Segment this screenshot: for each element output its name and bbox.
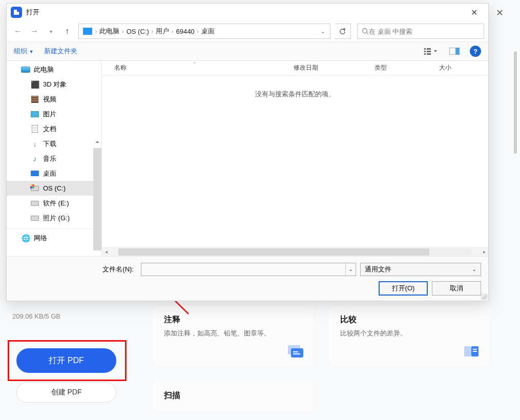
navigation-bar: ← → ▾ ↑ › 此电脑 › OS (C:) › 用户 › 69440 › 桌…	[7, 21, 488, 41]
svg-rect-3	[293, 353, 300, 354]
tree-desktop[interactable]: 桌面	[7, 166, 101, 181]
tree-pictures[interactable]: 图片	[7, 107, 101, 121]
chevron-right-icon: ›	[171, 29, 174, 34]
column-headers: ⌃名称 修改日期 类型 大小	[102, 61, 488, 75]
preview-pane-button[interactable]	[446, 45, 463, 57]
file-open-dialog: 打开 ✕ ← → ▾ ↑ › 此电脑 › OS (C:) › 用户 › 6944…	[6, 3, 489, 301]
address-bar[interactable]: › 此电脑 › OS (C:) › 用户 › 69440 › 桌面 ⌄	[78, 24, 330, 39]
tree-network[interactable]: 🌐网络	[7, 228, 101, 245]
tree-os-c[interactable]: OS (C:)	[7, 181, 101, 196]
tree-music[interactable]: ♪音乐	[7, 151, 101, 166]
dialog-title: 打开	[26, 8, 464, 17]
chevron-right-icon: ›	[121, 29, 124, 34]
scroll-right-icon[interactable]: ▸	[480, 249, 488, 255]
column-name[interactable]: ⌃名称	[102, 61, 287, 75]
svg-rect-4	[464, 346, 471, 356]
breadcrumb[interactable]: 用户	[154, 27, 171, 36]
filename-input[interactable]: ⌄	[141, 263, 356, 276]
filename-label: 文件名(N):	[14, 265, 137, 274]
refresh-button[interactable]	[335, 24, 351, 39]
organize-menu[interactable]: 组织 ▼	[14, 47, 34, 56]
svg-rect-15	[427, 48, 431, 50]
card-title: 比较	[340, 314, 479, 325]
card-scan[interactable]: 扫描	[153, 381, 314, 412]
filename-dropdown-icon[interactable]: ⌄	[345, 263, 356, 276]
storage-usage: 209.06 KB/5 GB	[12, 312, 60, 320]
column-type[interactable]: 类型	[368, 61, 433, 75]
tree-this-pc[interactable]: 此电脑	[7, 62, 101, 77]
svg-rect-2	[293, 351, 298, 352]
tree-downloads[interactable]: ↓下载	[7, 136, 101, 151]
help-icon[interactable]: ?	[470, 46, 481, 57]
open-pdf-button[interactable]: 打开 PDF	[16, 348, 116, 373]
sort-asc-icon: ⌃	[193, 61, 197, 67]
recent-dropdown[interactable]: ▾	[44, 24, 58, 38]
open-button[interactable]: 打开(O)	[379, 281, 428, 296]
file-type-filter[interactable]: 通用文件⌄	[360, 263, 481, 276]
breadcrumb[interactable]: 69440	[174, 28, 196, 35]
back-button[interactable]: ←	[11, 24, 25, 38]
breadcrumb[interactable]: OS (C:)	[125, 28, 151, 35]
compare-icon	[463, 344, 481, 359]
cancel-button[interactable]: 取消	[432, 281, 481, 296]
new-folder-button[interactable]: 新建文件夹	[44, 47, 77, 56]
svg-rect-6	[473, 349, 477, 350]
card-desc: 添加注释，如高亮、铅笔、图章等。	[164, 328, 302, 339]
app-close-icon[interactable]: ✕	[489, 3, 510, 23]
chat-icon	[287, 344, 304, 359]
search-icon	[362, 28, 369, 35]
svg-rect-12	[424, 48, 426, 50]
svg-rect-17	[427, 53, 431, 55]
column-date[interactable]: 修改日期	[287, 61, 368, 75]
sidebar-scrollbar[interactable]	[93, 148, 101, 250]
search-box[interactable]	[357, 24, 484, 39]
chevron-down-icon: ▼	[29, 49, 34, 54]
file-list-area: ⌃名称 修改日期 类型 大小 没有与搜索条件匹配的项。 ◂ ▸	[102, 61, 488, 256]
svg-point-10	[363, 29, 367, 33]
svg-rect-16	[427, 51, 431, 52]
card-desc: 比较两个文件的差异。	[340, 328, 479, 339]
forward-button[interactable]: →	[27, 24, 41, 38]
tree-documents[interactable]: 文档	[7, 121, 101, 136]
tree-3d-objects[interactable]: ⬛3D 对象	[7, 77, 101, 92]
card-compare[interactable]: 比较 比较两个文件的差异。	[329, 305, 490, 366]
toolbar: 组织 ▼ 新建文件夹 ?	[7, 41, 488, 61]
svg-rect-1	[291, 348, 303, 358]
address-dropdown-icon[interactable]: ⌄	[318, 29, 328, 34]
svg-line-11	[367, 33, 369, 35]
titlebar: 打开 ✕	[7, 4, 488, 21]
view-options-button[interactable]	[423, 45, 439, 57]
svg-rect-14	[424, 53, 426, 55]
list-view-icon	[424, 47, 438, 55]
tree-videos[interactable]: 视频	[7, 92, 101, 107]
card-annotate[interactable]: 注释 添加注释，如高亮、铅笔、图章等。	[153, 305, 314, 366]
search-input[interactable]	[369, 28, 480, 35]
resize-grip[interactable]	[481, 293, 487, 300]
close-icon[interactable]: ✕	[464, 5, 484, 20]
scroll-left-icon[interactable]: ◂	[102, 249, 110, 255]
preview-pane-icon	[449, 48, 460, 55]
tree-software-e[interactable]: 软件 (E:)	[7, 196, 101, 211]
breadcrumb[interactable]: 桌面	[200, 27, 216, 36]
chevron-right-icon: ›	[94, 29, 98, 34]
card-title: 扫描	[164, 390, 302, 401]
refresh-icon	[339, 28, 346, 35]
up-button[interactable]: ↑	[60, 24, 74, 38]
chevron-right-icon: ›	[196, 29, 200, 34]
tree-photos-g[interactable]: 照片 (G:)	[7, 211, 101, 225]
card-title: 注释	[164, 314, 302, 325]
svg-rect-19	[455, 48, 460, 55]
empty-message: 没有与搜索条件匹配的项。	[102, 75, 488, 113]
svg-rect-13	[424, 51, 426, 52]
folder-tree: 此电脑 ⬛3D 对象 视频 图片 文档 ↓下载 ♪音乐 桌面 OS (C:) 软…	[7, 61, 102, 256]
dialog-footer: 文件名(N): ⌄ 通用文件⌄ 打开(O) 取消	[7, 256, 488, 301]
app-scrollbar[interactable]	[514, 51, 517, 154]
chevron-right-icon: ›	[151, 29, 154, 34]
app-icon	[11, 7, 22, 18]
location-icon	[83, 28, 92, 35]
breadcrumb[interactable]: 此电脑	[98, 27, 121, 36]
create-pdf-button[interactable]: 创建 PDF	[16, 382, 116, 403]
svg-rect-7	[473, 351, 477, 352]
column-size[interactable]: 大小	[433, 61, 488, 75]
horizontal-scrollbar[interactable]: ◂ ▸	[102, 247, 488, 256]
